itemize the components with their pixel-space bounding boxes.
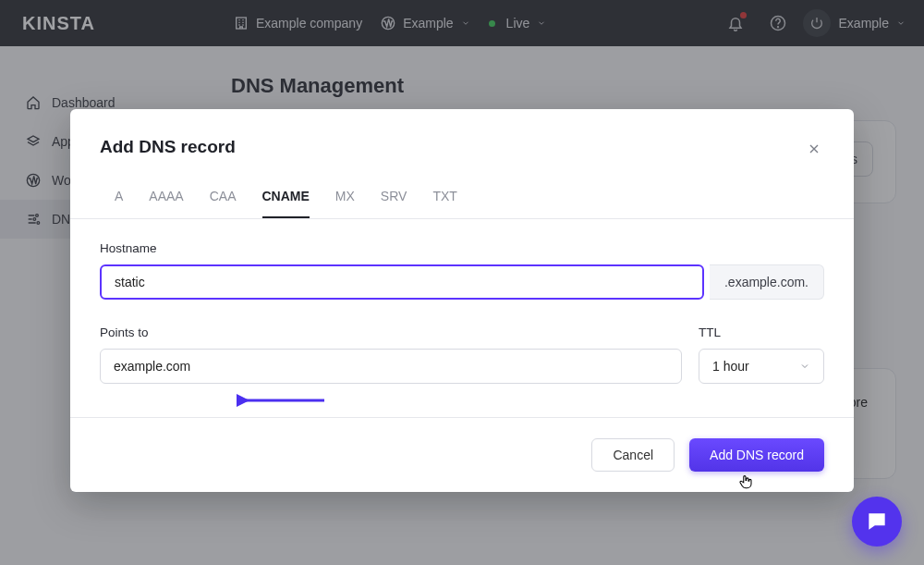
tab-caa[interactable]: CAA [210,183,237,218]
hostname-suffix: .example.com. [710,264,824,300]
points-to-label: Points to [100,325,682,339]
tab-srv[interactable]: SRV [381,183,407,218]
hostname-label: Hostname [100,241,824,255]
ttl-label: TTL [699,325,824,339]
tab-mx[interactable]: MX [335,183,355,218]
cancel-button[interactable]: Cancel [591,438,675,472]
chevron-down-icon [799,361,810,372]
modal-title: Add DNS record [100,137,824,157]
tab-cname[interactable]: CNAME [262,183,310,218]
close-icon [807,141,821,156]
points-to-input[interactable] [100,349,682,384]
record-type-tabs: A AAAA CAA CNAME MX SRV TXT [70,183,854,219]
tab-a[interactable]: A [115,183,123,218]
chat-icon [865,510,889,534]
ttl-value: 1 hour [712,359,749,374]
add-dns-record-button[interactable]: Add DNS record [689,438,824,472]
add-dns-record-modal: Add DNS record A AAAA CAA CNAME MX SRV T… [70,109,854,492]
annotation-arrow-icon [237,391,329,410]
hostname-input[interactable] [100,264,704,300]
tab-aaaa[interactable]: AAAA [149,183,183,218]
modal-overlay[interactable]: Add DNS record A AAAA CAA CNAME MX SRV T… [0,0,924,565]
ttl-select[interactable]: 1 hour [699,349,824,384]
modal-close-button[interactable] [800,135,828,163]
tab-txt[interactable]: TXT [432,183,456,218]
cursor-hand-icon [737,473,754,490]
chat-widget[interactable] [852,497,902,547]
